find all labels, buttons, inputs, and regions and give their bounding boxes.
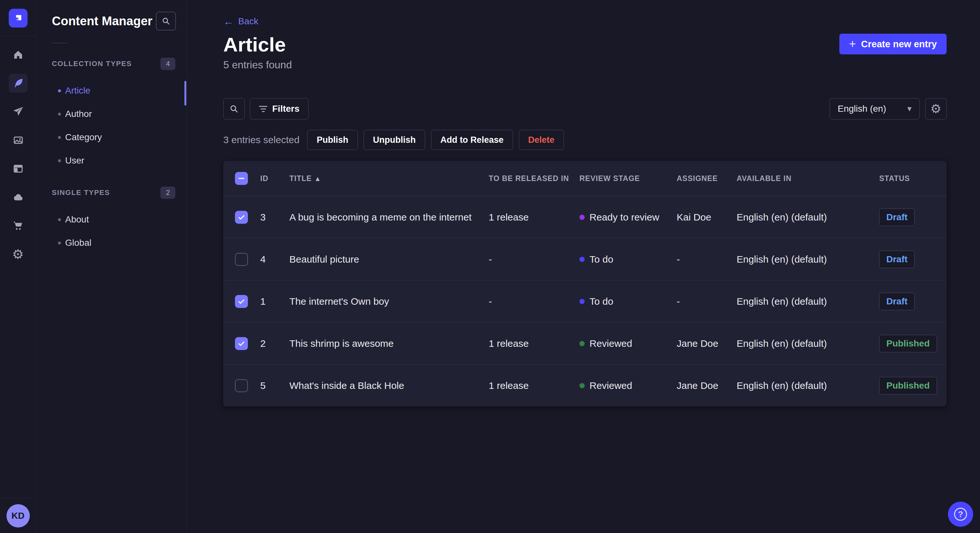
unpublish-button[interactable]: Unpublish	[364, 130, 425, 150]
sidebar-item-user[interactable]: User	[36, 149, 187, 172]
cell-id: 5	[260, 380, 290, 391]
release-menu[interactable]: -	[489, 296, 579, 307]
table-row[interactable]: 2 This shrimp is awesome 1 release Revie…	[223, 322, 947, 364]
release-paper-plane-icon[interactable]	[9, 102, 27, 121]
status-badge: Draft	[879, 209, 915, 226]
media-library-images-icon[interactable]	[9, 131, 27, 150]
check-icon	[237, 213, 246, 222]
sidebar-item-article[interactable]: Article	[36, 79, 187, 102]
select-all-checkbox[interactable]	[235, 172, 248, 185]
question-mark-icon: ?	[954, 508, 967, 521]
table-row[interactable]: 3 A bug is becoming a meme on the intern…	[223, 196, 947, 238]
column-header-id: ID	[260, 174, 290, 183]
stage-dot-icon	[579, 215, 585, 220]
column-header-review-stage: REVIEW STAGE	[579, 174, 677, 183]
table-body: 3 A bug is becoming a meme on the intern…	[223, 196, 947, 406]
cell-id: 3	[260, 212, 290, 223]
filters-label: Filters	[272, 104, 299, 114]
release-menu[interactable]: 1 release	[489, 212, 579, 223]
cell-review-stage: Reviewed	[579, 338, 677, 349]
cell-title: This shrimp is awesome	[290, 338, 489, 349]
cell-title: What's inside a Black Hole	[290, 380, 489, 391]
sidebar-item-label: Article	[65, 86, 91, 96]
cell-assignee: Jane Doe	[677, 380, 737, 391]
add-to-release-button[interactable]: Add to Release	[431, 130, 513, 150]
row-checkbox[interactable]	[235, 379, 248, 392]
sidebar-item-label: Category	[65, 132, 102, 143]
delete-button[interactable]: Delete	[519, 130, 564, 150]
page-title: Article	[223, 34, 286, 56]
cell-assignee: Kai Doe	[677, 212, 737, 223]
sidebar-section: COLLECTION TYPES 4 Article Author Catego…	[36, 58, 187, 172]
sidebar-section: SINGLE TYPES 2 About Global	[36, 187, 187, 254]
sort-ascending-icon: ▲	[316, 176, 320, 182]
row-checkbox[interactable]	[235, 337, 248, 350]
gear-glyph: ⚙	[12, 248, 24, 261]
plus-icon: +	[849, 38, 856, 50]
section-count-badge: 2	[161, 187, 175, 199]
cell-review-stage: Ready to review	[579, 212, 677, 223]
locale-select[interactable]: English (en) ▼	[830, 98, 920, 119]
sidebar-item-label: Global	[65, 238, 91, 248]
table-row[interactable]: 4 Beautiful picture - To do - English (e…	[223, 238, 947, 280]
bullet-icon	[58, 89, 61, 92]
cell-assignee: -	[677, 254, 737, 265]
marketplace-cart-icon[interactable]	[9, 216, 27, 235]
search-icon	[161, 16, 171, 26]
table-row[interactable]: 1 The internet's Own boy - To do - Engli…	[223, 280, 947, 322]
status-badge: Draft	[879, 251, 915, 268]
create-new-entry-label: Create new entry	[861, 39, 937, 49]
content-manager-feather-icon[interactable]	[9, 74, 27, 93]
bullet-icon	[58, 241, 61, 244]
filter-icon	[259, 106, 267, 112]
column-header-available-in: AVAILABLE IN	[737, 174, 879, 183]
row-checkbox[interactable]	[235, 253, 248, 266]
main-nav-rail: ⚙ KD	[0, 0, 36, 533]
rail-footer: KD	[0, 498, 36, 533]
locale-menu[interactable]: English (en) (default)	[737, 212, 879, 223]
stage-dot-icon	[579, 383, 585, 388]
strapi-logo[interactable]	[9, 9, 27, 27]
content-type-builder-layout-icon[interactable]	[9, 159, 27, 178]
row-checkbox[interactable]	[235, 211, 248, 224]
home-icon[interactable]	[9, 45, 27, 64]
help-button[interactable]: ?	[948, 501, 973, 527]
sidebar-scrollbar-thumb[interactable]	[185, 81, 186, 106]
status-badge: Published	[879, 335, 937, 352]
avatar[interactable]: KD	[6, 504, 30, 528]
locale-menu[interactable]: English (en) (default)	[737, 296, 879, 307]
sidebar-item-about[interactable]: About	[36, 208, 187, 231]
sidebar-item-global[interactable]: Global	[36, 231, 187, 254]
release-menu[interactable]: -	[489, 254, 579, 265]
indeterminate-icon	[239, 178, 244, 179]
cloud-icon[interactable]	[9, 188, 27, 206]
list-settings-button[interactable]: ⚙	[925, 98, 947, 119]
create-new-entry-button[interactable]: + Create new entry	[839, 34, 947, 54]
cell-assignee: -	[677, 296, 737, 307]
entries-table: ID TITLE ▲ TO BE RELEASED IN REVIEW STAG…	[223, 161, 947, 406]
locale-menu[interactable]: English (en) (default)	[737, 380, 879, 391]
filters-button[interactable]: Filters	[250, 98, 309, 119]
cell-review-stage: Reviewed	[579, 380, 677, 391]
bullet-icon	[58, 136, 61, 139]
entries-count: 5 entries found	[223, 59, 947, 71]
sidebar-item-category[interactable]: Category	[36, 125, 187, 149]
sidebar-item-author[interactable]: Author	[36, 102, 187, 125]
sidebar-search-button[interactable]	[156, 12, 176, 30]
publish-button[interactable]: Publish	[307, 130, 358, 150]
release-menu[interactable]: 1 release	[489, 380, 579, 391]
row-checkbox[interactable]	[235, 295, 248, 308]
column-header-title[interactable]: TITLE ▲	[290, 174, 489, 183]
release-menu[interactable]: 1 release	[489, 338, 579, 349]
status-badge: Published	[879, 377, 937, 394]
selection-count: 3 entries selected	[223, 134, 299, 145]
locale-menu[interactable]: English (en) (default)	[737, 254, 879, 265]
search-button[interactable]	[223, 98, 245, 119]
column-header-to-be-released-in: TO BE RELEASED IN	[489, 174, 579, 183]
back-link[interactable]: ← Back	[223, 16, 258, 27]
settings-gear-icon[interactable]: ⚙	[9, 245, 27, 263]
cell-assignee: Jane Doe	[677, 338, 737, 349]
table-row[interactable]: 5 What's inside a Black Hole 1 release R…	[223, 364, 947, 406]
locale-menu[interactable]: English (en) (default)	[737, 338, 879, 349]
selection-actions: Publish Unpublish Add to Release Delete	[307, 130, 564, 150]
